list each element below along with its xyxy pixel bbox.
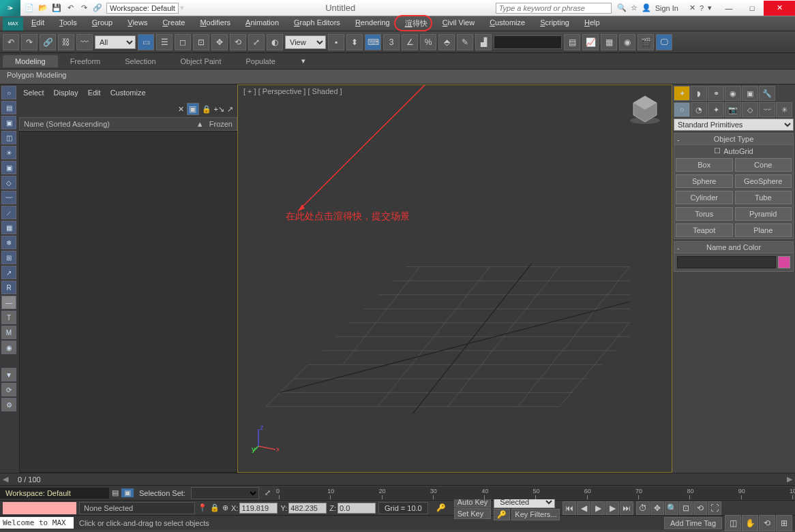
shapes-tab-icon[interactable]: ◔: [691, 102, 707, 117]
isolate-icon[interactable]: ▣: [121, 488, 134, 497]
menu-graph-editors[interactable]: Graph Editors: [287, 17, 347, 30]
render-button[interactable]: 🖵: [656, 34, 672, 50]
scene-customize-menu[interactable]: Customize: [110, 89, 146, 97]
keyboard-shortcut-button[interactable]: ⌨: [365, 34, 381, 50]
modify-tab-icon[interactable]: ◗: [691, 86, 707, 101]
y-input[interactable]: [288, 503, 327, 514]
spacewarps-tab-icon[interactable]: 〰: [759, 102, 775, 117]
display-tab-icon[interactable]: ▣: [742, 86, 758, 101]
torus-button[interactable]: Torus: [676, 207, 733, 221]
filter-icon[interactable]: ▼: [1, 368, 16, 381]
menu-civil-view[interactable]: Civil View: [436, 17, 481, 30]
viewcube-icon[interactable]: [628, 92, 662, 126]
key-icon[interactable]: 🔑: [431, 503, 451, 512]
maximize-viewport-icon[interactable]: ⛶: [708, 501, 721, 515]
menu-渲得快[interactable]: 渲得快: [398, 17, 434, 30]
zoom-extents-icon[interactable]: ⊡: [679, 501, 693, 515]
x-input[interactable]: [239, 503, 278, 514]
category-dropdown[interactable]: Standard Primitives: [674, 119, 794, 131]
menu-group[interactable]: Group: [85, 17, 120, 30]
script-listener[interactable]: Welcome to MAX: [0, 517, 74, 529]
snap-button[interactable]: 3: [383, 34, 400, 50]
globe-icon[interactable]: ○: [1, 86, 16, 99]
nav1-icon[interactable]: ◫: [725, 515, 741, 531]
tube-button[interactable]: Tube: [735, 191, 792, 204]
open-icon[interactable]: ▣: [1, 116, 16, 129]
time-config-icon[interactable]: ⏱: [636, 501, 650, 515]
ribbon-tab-freeform[interactable]: Freeform: [58, 55, 113, 67]
pan-icon[interactable]: ✥: [650, 501, 664, 515]
orbit-icon[interactable]: ⟲: [693, 501, 707, 515]
rect-region-button[interactable]: ◻: [175, 34, 191, 50]
menu-animation[interactable]: Animation: [239, 17, 286, 30]
play-icon[interactable]: ▶: [591, 501, 605, 515]
name-color-header[interactable]: -Name and Color: [674, 242, 793, 253]
spinner-snap-button[interactable]: ⬘: [438, 34, 455, 50]
render-setup-button[interactable]: 🎬: [638, 34, 654, 50]
nav3-icon[interactable]: ⟲: [759, 515, 775, 531]
prev-frame-icon[interactable]: ◀: [577, 501, 590, 515]
select-name-button[interactable]: ☰: [156, 34, 172, 50]
light-icon[interactable]: ◉: [1, 341, 16, 354]
binoculars-icon[interactable]: 🔍: [617, 3, 627, 12]
goto-end-icon[interactable]: ⏭: [620, 501, 633, 515]
minimize-button[interactable]: —: [717, 1, 740, 16]
user-icon[interactable]: 👤: [642, 3, 651, 12]
workspace-arrow-icon[interactable]: ▾: [179, 3, 185, 12]
layers-icon[interactable]: ▤: [1, 101, 16, 114]
ref-coord-dropdown[interactable]: View: [285, 35, 326, 49]
max-logo-icon[interactable]: MAX: [3, 17, 23, 31]
lock-selection-icon[interactable]: 🔒: [210, 503, 220, 512]
object-type-header[interactable]: -Object Type: [674, 134, 793, 145]
sphere-button[interactable]: Sphere: [676, 174, 733, 188]
scene-remove-icon[interactable]: ↗: [227, 105, 233, 114]
mirror-button[interactable]: ▟: [475, 34, 492, 50]
helper-icon[interactable]: ◇: [1, 176, 16, 189]
pin-icon[interactable]: 📍: [198, 503, 207, 512]
scene-view-icon[interactable]: ▣: [187, 103, 199, 115]
bind-button[interactable]: 〰: [76, 34, 93, 50]
xref-icon[interactable]: ↗: [1, 266, 16, 279]
scene-header[interactable]: Name (Sorted Ascending) ▲ Frozen: [19, 117, 237, 131]
nav2-icon[interactable]: ✋: [742, 515, 758, 531]
scene-col-name[interactable]: Name (Sorted Ascending): [24, 120, 196, 128]
redo-button[interactable]: ↷: [21, 34, 38, 50]
select-object-button[interactable]: ▭: [138, 34, 154, 50]
camera-icon[interactable]: ▣: [1, 161, 16, 174]
placement-button[interactable]: ◐: [267, 34, 283, 50]
dropdown-icon[interactable]: ▾: [708, 3, 712, 12]
cameras-tab-icon[interactable]: 📷: [725, 102, 741, 117]
scale-button[interactable]: ⤢: [248, 34, 265, 50]
next-frame-icon[interactable]: ▶: [605, 501, 619, 515]
lights-icon[interactable]: ☀: [1, 146, 16, 159]
curve-editor-button[interactable]: 📈: [582, 34, 599, 50]
scene-lock-icon[interactable]: 🔒: [202, 105, 211, 114]
collapse-icon[interactable]: -: [677, 244, 680, 252]
layer-icon[interactable]: ▤: [109, 488, 121, 497]
scene-edit-menu[interactable]: Edit: [88, 89, 101, 97]
sync-icon[interactable]: ⟳: [1, 383, 16, 396]
geosphere-button[interactable]: GeoSphere: [735, 174, 792, 188]
autogrid-checkbox[interactable]: ☐AutoGrid: [674, 145, 793, 157]
setkey-button[interactable]: Set Key: [454, 508, 492, 519]
pivot-button[interactable]: ▪: [328, 34, 344, 50]
create-tab-icon[interactable]: ✦: [674, 86, 690, 101]
color-swatch[interactable]: [778, 256, 790, 268]
pyramid-button[interactable]: Pyramid: [735, 207, 792, 221]
new-icon[interactable]: 📄: [23, 2, 35, 14]
link-icon[interactable]: 🔗: [91, 2, 104, 14]
menu-tools[interactable]: Tools: [52, 17, 84, 30]
manipulate-button[interactable]: ⬍: [346, 34, 363, 50]
menu-help[interactable]: Help: [578, 17, 607, 30]
material-button[interactable]: ◉: [619, 34, 635, 50]
redo-icon[interactable]: ↷: [78, 2, 90, 14]
ribbon-expand-icon[interactable]: ▾: [301, 57, 305, 65]
unlink-button[interactable]: ⛓: [58, 34, 74, 50]
menu-create[interactable]: Create: [155, 17, 192, 30]
undo-button[interactable]: ↶: [3, 34, 19, 50]
lights-tab-icon[interactable]: ✦: [708, 102, 724, 117]
menu-edit[interactable]: Edit: [25, 17, 51, 30]
angle-snap-button[interactable]: ∠: [402, 34, 418, 50]
script-btn[interactable]: [3, 502, 76, 514]
viewport[interactable]: [ + ] [ Perspective ] [ Shaded ]: [237, 84, 672, 473]
